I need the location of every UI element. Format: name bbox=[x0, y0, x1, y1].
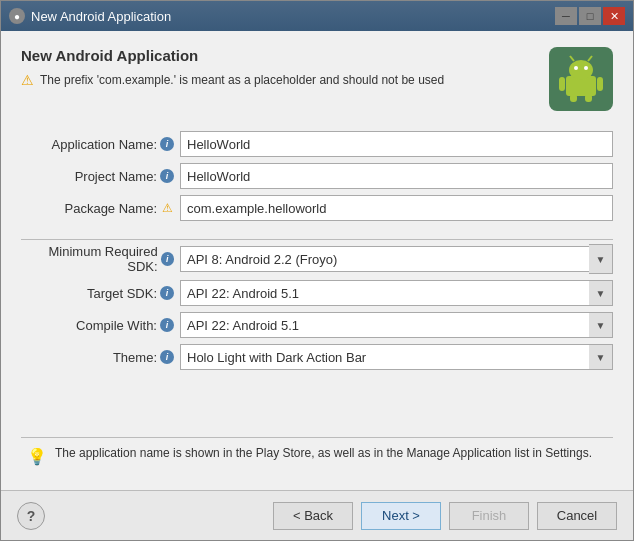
warning-text: The prefix 'com.example.' is meant as a … bbox=[40, 73, 444, 87]
maximize-button[interactable]: □ bbox=[579, 7, 601, 25]
svg-rect-8 bbox=[570, 94, 577, 102]
svg-rect-9 bbox=[585, 94, 592, 102]
project-name-label: Project Name: i bbox=[21, 163, 176, 189]
svg-point-1 bbox=[569, 60, 593, 80]
svg-rect-6 bbox=[559, 77, 565, 91]
compile-with-label: Compile With: i bbox=[21, 312, 176, 338]
project-name-input[interactable] bbox=[180, 163, 613, 189]
info-text: The application name is shown in the Pla… bbox=[55, 446, 592, 460]
info-bar: 💡 The application name is shown in the P… bbox=[21, 437, 613, 474]
close-button[interactable]: ✕ bbox=[603, 7, 625, 25]
svg-point-2 bbox=[574, 66, 578, 70]
theme-label: Theme: i bbox=[21, 344, 176, 370]
title-bar-controls: ─ □ ✕ bbox=[555, 7, 625, 25]
target-sdk-label: Target SDK: i bbox=[21, 280, 176, 306]
warning-icon: ⚠ bbox=[21, 72, 34, 88]
help-button[interactable]: ? bbox=[17, 502, 45, 530]
app-name-info-icon[interactable]: i bbox=[160, 137, 174, 151]
form-section: Application Name: i Project Name: i Pack… bbox=[21, 131, 613, 221]
svg-line-4 bbox=[570, 56, 574, 61]
minimize-button[interactable]: ─ bbox=[555, 7, 577, 25]
theme-select-wrapper: Holo Light with Dark Action BarHolo Dark… bbox=[180, 344, 613, 370]
theme-select[interactable]: Holo Light with Dark Action BarHolo Dark… bbox=[180, 344, 613, 370]
finish-button[interactable]: Finish bbox=[449, 502, 529, 530]
compile-with-info-icon[interactable]: i bbox=[160, 318, 174, 332]
dialog-content: New Android Application ⚠ The prefix 'co… bbox=[1, 31, 633, 490]
min-sdk-select-wrapper: API 8: Android 2.2 (Froyo)API 14: Androi… bbox=[180, 244, 613, 274]
android-logo bbox=[549, 47, 613, 111]
form-separator bbox=[21, 239, 613, 240]
compile-with-select-wrapper: API 14: Android 4.0API 19: Android 4.4AP… bbox=[180, 312, 613, 338]
min-sdk-select[interactable]: API 8: Android 2.2 (Froyo)API 14: Androi… bbox=[180, 246, 613, 272]
svg-line-5 bbox=[588, 56, 592, 61]
button-bar: ? < Back Next > Finish Cancel bbox=[1, 490, 633, 540]
title-bar-left: ● New Android Application bbox=[9, 8, 171, 24]
svg-rect-7 bbox=[597, 77, 603, 91]
application-name-input[interactable] bbox=[180, 131, 613, 157]
application-name-label: Application Name: i bbox=[21, 131, 176, 157]
project-name-info-icon[interactable]: i bbox=[160, 169, 174, 183]
title-bar: ● New Android Application ─ □ ✕ bbox=[1, 1, 633, 31]
target-sdk-select[interactable]: API 14: Android 4.0API 19: Android 4.4AP… bbox=[180, 280, 613, 306]
package-name-warn-icon: ⚠ bbox=[160, 201, 174, 215]
warning-row: ⚠ The prefix 'com.example.' is meant as … bbox=[21, 72, 444, 88]
sdk-section: Minimum Required SDK: i API 8: Android 2… bbox=[21, 244, 613, 370]
theme-info-icon[interactable]: i bbox=[160, 350, 174, 364]
cancel-button[interactable]: Cancel bbox=[537, 502, 617, 530]
app-icon: ● bbox=[9, 8, 25, 24]
target-sdk-select-wrapper: API 14: Android 4.0API 19: Android 4.4AP… bbox=[180, 280, 613, 306]
next-button[interactable]: Next > bbox=[361, 502, 441, 530]
page-header-left: New Android Application ⚠ The prefix 'co… bbox=[21, 47, 444, 88]
main-window: ● New Android Application ─ □ ✕ New Andr… bbox=[0, 0, 634, 541]
compile-with-select[interactable]: API 14: Android 4.0API 19: Android 4.4AP… bbox=[180, 312, 613, 338]
svg-point-3 bbox=[584, 66, 588, 70]
package-name-label: Package Name: ⚠ bbox=[21, 195, 176, 221]
back-button[interactable]: < Back bbox=[273, 502, 353, 530]
page-title: New Android Application bbox=[21, 47, 444, 64]
target-sdk-info-icon[interactable]: i bbox=[160, 286, 174, 300]
info-bulb-icon: 💡 bbox=[27, 447, 47, 466]
min-sdk-label: Minimum Required SDK: i bbox=[21, 244, 176, 274]
window-title: New Android Application bbox=[31, 9, 171, 24]
page-header: New Android Application ⚠ The prefix 'co… bbox=[21, 47, 613, 111]
package-name-input[interactable] bbox=[180, 195, 613, 221]
min-sdk-info-icon[interactable]: i bbox=[161, 252, 174, 266]
